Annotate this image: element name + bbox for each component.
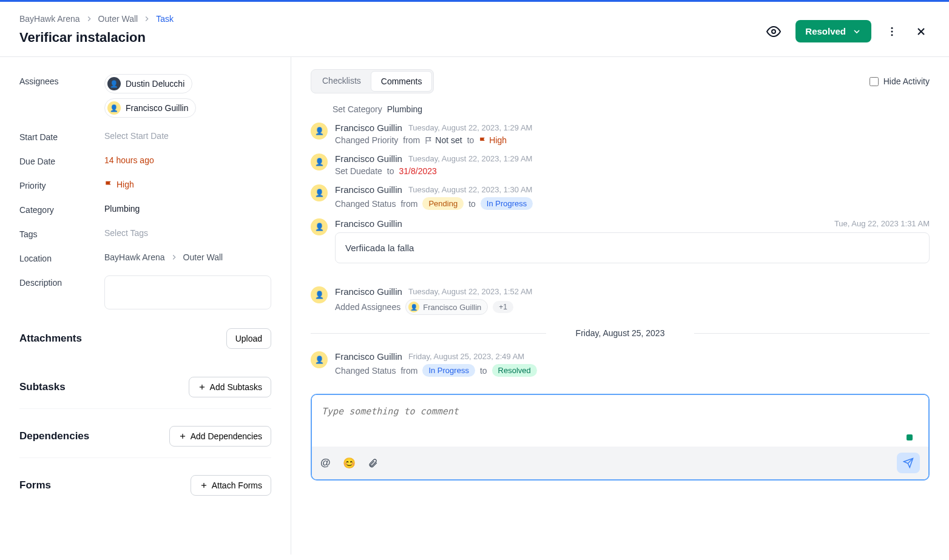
priority-value[interactable]: High bbox=[104, 180, 271, 189]
activity-word: from bbox=[403, 135, 420, 145]
button-label: Attach Forms bbox=[212, 481, 262, 490]
hide-activity-toggle[interactable]: Hide Activity bbox=[870, 76, 930, 86]
tab-checklists[interactable]: Checklists bbox=[312, 71, 371, 92]
comment-text: Verfiicada la falla bbox=[335, 232, 930, 263]
flag-icon bbox=[479, 137, 487, 144]
category-value[interactable]: Plumbing bbox=[104, 204, 271, 214]
comment-composer: @ 😊 bbox=[311, 394, 930, 481]
activity-panel: Checklists Comments Hide Activity Set Ca… bbox=[291, 57, 949, 555]
plus-icon bbox=[200, 481, 208, 490]
svg-point-1 bbox=[891, 27, 893, 29]
watch-button[interactable] bbox=[764, 22, 783, 41]
add-subtasks-button[interactable]: Add Subtasks bbox=[189, 377, 271, 397]
description-label: Description bbox=[19, 275, 104, 288]
plus-icon bbox=[178, 432, 187, 440]
activity-word: from bbox=[400, 366, 417, 376]
activity-author: Francisco Guillin bbox=[335, 153, 402, 164]
activity-timestamp: Friday, August 25, 2023, 2:49 AM bbox=[408, 352, 524, 361]
activity-value: High bbox=[489, 135, 507, 145]
due-date-label: Due Date bbox=[19, 154, 104, 166]
upload-button[interactable]: Upload bbox=[226, 328, 271, 349]
task-details-panel: Assignees 👤 Dustin Delucchi 👤 Francisco … bbox=[0, 57, 291, 555]
start-date-input[interactable]: Select Start Date bbox=[104, 131, 271, 141]
activity-timestamp: Tuesday, August 22, 2023, 1:29 AM bbox=[408, 123, 533, 132]
emoji-button[interactable]: 😊 bbox=[343, 457, 356, 470]
activity-action: Set Category bbox=[333, 104, 382, 114]
add-dependencies-button[interactable]: Add Dependencies bbox=[169, 426, 271, 447]
tags-input[interactable]: Select Tags bbox=[104, 228, 271, 238]
close-icon bbox=[915, 25, 927, 38]
activity-word: to bbox=[467, 135, 474, 145]
activity-word: to bbox=[468, 199, 476, 209]
paperclip-icon bbox=[368, 458, 378, 468]
due-date-value[interactable]: 14 hours ago bbox=[104, 155, 271, 165]
activity-item: 👤 Francisco Guillin Tuesday, August 22, … bbox=[311, 153, 930, 176]
assignee-chip[interactable]: 👤 Francisco Guillin bbox=[104, 98, 196, 118]
svg-point-2 bbox=[891, 30, 893, 32]
more-options-button[interactable] bbox=[883, 23, 900, 40]
hide-activity-label: Hide Activity bbox=[883, 76, 930, 86]
flag-icon bbox=[104, 180, 113, 189]
avatar-icon: 👤 bbox=[311, 351, 328, 368]
flag-icon bbox=[425, 137, 433, 144]
eye-icon bbox=[766, 24, 781, 39]
status-badge: In Progress bbox=[422, 364, 474, 377]
header: BayHawk Arena Outer Wall Task Verificar … bbox=[0, 2, 949, 57]
breadcrumb-level-2[interactable]: Outer Wall bbox=[98, 14, 138, 24]
avatar-icon: 👤 bbox=[311, 153, 328, 170]
presence-indicator bbox=[907, 434, 913, 440]
activity-item: 👤 Francisco Guillin Tuesday, August 22, … bbox=[311, 286, 930, 315]
comment-input[interactable] bbox=[312, 395, 928, 445]
activity-author: Francisco Guillin bbox=[335, 351, 402, 362]
activity-action: Changed Status bbox=[335, 199, 396, 209]
forms-title: Forms bbox=[19, 479, 51, 491]
activity-action: Changed Priority bbox=[335, 135, 398, 145]
status-button-label: Resolved bbox=[805, 26, 846, 36]
activity-author: Francisco Guillin bbox=[335, 184, 402, 195]
activity-item: 👤 Francisco Guillin Friday, August 25, 2… bbox=[311, 351, 930, 377]
attach-forms-button[interactable]: Attach Forms bbox=[191, 475, 271, 496]
status-badge: Pending bbox=[422, 197, 464, 210]
button-label: Add Subtasks bbox=[210, 382, 262, 392]
assignee-chip[interactable]: 👤 Dustin Delucchi bbox=[104, 74, 192, 93]
status-button[interactable]: Resolved bbox=[795, 20, 871, 42]
start-date-label: Start Date bbox=[19, 130, 104, 142]
tab-comments[interactable]: Comments bbox=[371, 71, 433, 92]
send-icon bbox=[903, 457, 914, 468]
dependencies-title: Dependencies bbox=[19, 430, 89, 442]
avatar-icon: 👤 bbox=[311, 123, 328, 140]
avatar-icon: 👤 bbox=[107, 101, 121, 115]
activity-value: Plumbing bbox=[387, 104, 422, 114]
hide-activity-checkbox[interactable] bbox=[870, 77, 879, 86]
assignees-label: Assignees bbox=[19, 74, 104, 86]
breadcrumb-level-3: Task bbox=[156, 14, 174, 24]
chevron-right-icon bbox=[170, 253, 178, 261]
subtasks-section: Subtasks Add Subtasks bbox=[19, 377, 271, 409]
priority-text: High bbox=[117, 180, 134, 189]
activity-item: Set Category Plumbing bbox=[311, 104, 930, 114]
location-part: Outer Wall bbox=[183, 252, 223, 262]
activity-action: Set Duedate bbox=[335, 166, 382, 176]
description-input[interactable] bbox=[104, 275, 271, 309]
activity-author: Francisco Guillin bbox=[335, 286, 402, 297]
attachments-title: Attachments bbox=[19, 332, 82, 345]
avatar-icon: 👤 bbox=[408, 302, 419, 312]
attach-button[interactable] bbox=[368, 458, 378, 468]
subtasks-title: Subtasks bbox=[19, 381, 66, 393]
priority-label: Priority bbox=[19, 178, 104, 191]
mention-button[interactable]: @ bbox=[320, 457, 331, 469]
location-label: Location bbox=[19, 251, 104, 263]
activity-value: Not set bbox=[435, 135, 462, 145]
avatar-icon: 👤 bbox=[107, 77, 121, 90]
location-value[interactable]: BayHawk Arena Outer Wall bbox=[104, 252, 271, 262]
activity-action: Added Assignees bbox=[335, 302, 400, 312]
activity-item: 👤 Francisco Guillin Tuesday, August 22, … bbox=[311, 184, 930, 210]
kebab-icon bbox=[886, 25, 898, 38]
plus-icon bbox=[198, 383, 206, 391]
chevron-right-icon bbox=[85, 15, 93, 23]
breadcrumb-level-1[interactable]: BayHawk Arena bbox=[19, 14, 80, 24]
close-button[interactable] bbox=[913, 23, 930, 40]
activity-word: to bbox=[480, 366, 487, 376]
chevron-right-icon bbox=[143, 15, 151, 23]
send-button[interactable] bbox=[897, 453, 920, 473]
